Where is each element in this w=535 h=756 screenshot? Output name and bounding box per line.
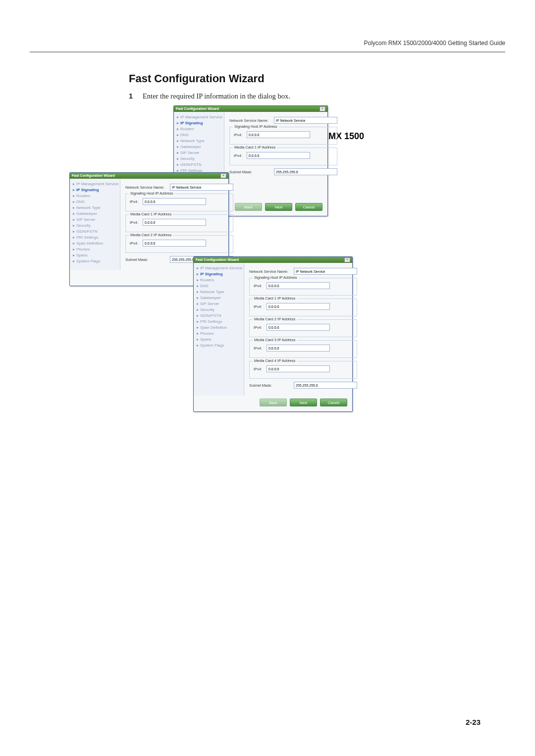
media1-ipv4-input[interactable] — [267, 303, 330, 310]
wizard-title: Fast Configuration Wizard — [196, 257, 239, 263]
nav-item-network-type[interactable]: ▸Network Type — [72, 204, 119, 210]
nav-item-ip-signaling[interactable]: ▸IP Signaling — [72, 187, 119, 193]
nav-item-gatekeeper[interactable]: ▸Gatekeeper — [72, 210, 119, 216]
ipv4-label: IPv4: — [254, 367, 267, 371]
ipv4-label: IPv4: — [254, 284, 267, 288]
nav-item-dns[interactable]: ▸DNS — [176, 132, 223, 138]
signaling-host-legend: Signaling Host IP Address — [253, 275, 299, 280]
nav-item-system-flags[interactable]: ▸System Flags — [196, 342, 243, 348]
nav-item-ip-mgmt[interactable]: ▸IP Management Service — [196, 265, 243, 271]
nav-item-security[interactable]: ▸Security — [196, 306, 243, 312]
close-icon[interactable]: × — [220, 173, 226, 178]
signaling-ipv4-input[interactable] — [143, 198, 206, 205]
nav-item-phones[interactable]: ▸Phones — [196, 330, 243, 336]
nav-item-isdn-pstn[interactable]: ▸ISDN/PSTN — [176, 161, 223, 167]
media-card-2-legend: Media Card 2 IP Address — [129, 233, 173, 237]
header-rule — [30, 51, 505, 52]
ipv4-label: IPv4: — [130, 200, 143, 204]
nav-item-network-type[interactable]: ▸Network Type — [176, 138, 223, 144]
wizard-nav: ▸IP Management Service ▸IP Signaling ▸Ro… — [194, 263, 244, 396]
wizard-titlebar: Fast Configuration Wizard × — [174, 106, 327, 112]
wizard-main: Network Service Name: Signaling Host IP … — [244, 263, 362, 396]
media-card-4-group: Media Card 4 IP Address IPv4: — [249, 361, 357, 379]
nav-item-dns[interactable]: ▸DNS — [196, 283, 243, 289]
nav-item-pri-settings[interactable]: ▸PRI Settings — [72, 234, 119, 240]
nav-item-security[interactable]: ▸Security — [176, 155, 223, 161]
next-button[interactable]: Next — [290, 399, 317, 406]
media-card-1-group: Media Card 1 IP Address IPv4: — [249, 299, 357, 316]
media4-ipv4-input[interactable] — [267, 365, 330, 372]
subnet-label: Subnet Mask: — [229, 170, 274, 174]
media1-ipv4-input[interactable] — [247, 152, 310, 159]
signaling-ipv4-input[interactable] — [247, 131, 310, 138]
wizard-main: Network Service Name: Signaling Host IP … — [224, 112, 342, 200]
nav-item-network-type[interactable]: ▸Network Type — [196, 289, 243, 295]
media-card-1-group: Media Card 1 IP Address IPv4: — [125, 214, 233, 232]
document-page: Polycom RMX 1500/2000/4000 Getting Start… — [0, 0, 535, 756]
ipv4-label: IPv4: — [254, 346, 267, 351]
nav-item-isdn-pstn[interactable]: ▸ISDN/PSTN — [196, 312, 243, 318]
media-card-4-legend: Media Card 4 IP Address — [253, 358, 297, 363]
nav-item-ip-mgmt[interactable]: ▸IP Management Service — [176, 114, 223, 120]
media1-ipv4-input[interactable] — [143, 219, 206, 226]
signaling-host-group: Signaling Host IP Address IPv4: — [125, 194, 233, 211]
subnet-input[interactable] — [274, 168, 337, 175]
media-card-1-legend: Media Card 1 IP Address — [253, 296, 297, 301]
nav-item-gatekeeper[interactable]: ▸Gatekeeper — [196, 295, 243, 301]
step-number: 1 — [129, 92, 138, 101]
nav-item-routers[interactable]: ▸Routers — [72, 193, 119, 199]
media-card-2-group: Media Card 2 IP Address IPv4: — [249, 319, 357, 337]
network-service-label: Network Service Name: — [249, 269, 294, 274]
ipv4-label: IPv4: — [130, 220, 143, 225]
nav-item-spans[interactable]: ▸Spans — [196, 336, 243, 342]
nav-item-pri-settings[interactable]: ▸PRI Settings — [196, 318, 243, 324]
nav-item-span-def[interactable]: ▸Span Definition — [196, 324, 243, 330]
media2-ipv4-input[interactable] — [267, 324, 330, 331]
nav-item-ip-signaling[interactable]: ▸IP Signaling — [176, 120, 223, 126]
nav-item-sip-server[interactable]: ▸SIP Server — [196, 301, 243, 306]
signaling-host-legend: Signaling Host IP Address — [233, 124, 279, 129]
signaling-host-legend: Signaling Host IP Address — [129, 191, 175, 196]
subnet-input[interactable] — [294, 382, 357, 389]
signaling-host-group: Signaling Host IP Address IPv4: — [229, 127, 337, 145]
nav-item-isdn-pstn[interactable]: ▸ISDN/PSTN — [72, 228, 119, 234]
close-icon[interactable]: × — [344, 257, 350, 262]
nav-item-sip-server[interactable]: ▸SIP Server — [72, 216, 119, 222]
media-card-2-legend: Media Card 2 IP Address — [253, 317, 297, 321]
media3-ipv4-input[interactable] — [267, 345, 330, 352]
network-service-input[interactable] — [294, 268, 357, 275]
nav-item-spans[interactable]: ▸Spans — [72, 252, 119, 258]
wizard-titlebar: Fast Configuration Wizard × — [70, 173, 228, 179]
network-service-label: Network Service Name: — [229, 118, 274, 123]
back-button[interactable]: Back — [260, 399, 287, 406]
back-button[interactable]: Back — [235, 203, 262, 211]
nav-item-security[interactable]: ▸Security — [72, 222, 119, 228]
signaling-host-group: Signaling Host IP Address IPv4: — [249, 278, 357, 296]
wizard-footer: Back Next Cancel — [194, 396, 352, 411]
next-button[interactable]: Next — [265, 203, 292, 211]
nav-item-system-flags[interactable]: ▸System Flags — [72, 258, 119, 264]
nav-item-ip-signaling[interactable]: ▸IP Signaling — [196, 271, 243, 277]
nav-item-dns[interactable]: ▸DNS — [72, 199, 119, 204]
page-number: 2-23 — [466, 718, 481, 726]
network-service-input[interactable] — [274, 117, 337, 124]
nav-item-span-def[interactable]: ▸Span Definition — [72, 240, 119, 246]
ipv4-label: IPv4: — [254, 325, 267, 330]
ipv4-label: IPv4: — [130, 241, 143, 246]
nav-item-routers[interactable]: ▸Routers — [196, 277, 243, 283]
close-icon[interactable]: × — [320, 106, 325, 111]
cancel-button[interactable]: Cancel — [320, 399, 347, 406]
media-card-1-legend: Media Card 1 IP Address — [129, 212, 173, 216]
nav-item-phones[interactable]: ▸Phones — [72, 246, 119, 252]
cancel-button[interactable]: Cancel — [295, 203, 322, 211]
content-block: Fast Configuration Wizard 1 Enter the re… — [129, 72, 436, 101]
nav-item-ip-mgmt[interactable]: ▸IP Management Service — [72, 181, 119, 187]
running-head: Polycom RMX 1500/2000/4000 Getting Start… — [30, 40, 505, 47]
signaling-ipv4-input[interactable] — [267, 282, 330, 289]
media-card-2-group: Media Card 2 IP Address IPv4: — [125, 235, 233, 253]
network-service-input[interactable] — [170, 184, 233, 191]
nav-item-gatekeeper[interactable]: ▸Gatekeeper — [176, 144, 223, 150]
media2-ipv4-input[interactable] — [143, 240, 206, 247]
nav-item-routers[interactable]: ▸Routers — [176, 126, 223, 132]
nav-item-sip-server[interactable]: ▸SIP Server — [176, 150, 223, 155]
